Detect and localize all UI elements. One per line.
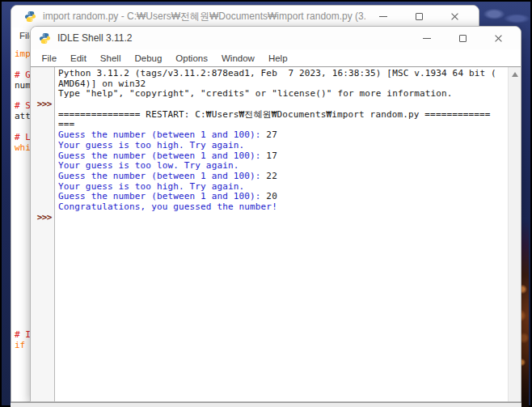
shell-titlebar[interactable]: IDLE Shell 3.11.2 <box>31 27 521 49</box>
program-output-text: Guess the number (between 1 and 100): <box>58 171 266 181</box>
shell-minimize-button[interactable] <box>409 27 445 49</box>
user-input-text: 22 <box>266 171 277 181</box>
python-logo-icon <box>24 11 36 23</box>
scroll-up-button[interactable] <box>509 69 521 80</box>
editor-minimize-button[interactable] <box>365 6 401 28</box>
shell-text-area[interactable]: Python 3.11.2 (tags/v3.11.2:878ead1, Feb… <box>55 67 508 401</box>
maximize-icon <box>459 35 467 42</box>
shell-prompt-marker: >>> <box>37 213 52 223</box>
bottom-window-edge <box>11 402 521 407</box>
code-fragment: if <box>15 340 25 350</box>
shell-text: Python 3.11.2 (tags/v3.11.2:878ead1, Feb… <box>58 68 496 78</box>
editor-titlebar[interactable]: import random.py - C:₩Users₩전혜원₩Document… <box>11 6 479 28</box>
close-icon <box>450 12 459 21</box>
code-fragment: # I <box>15 329 31 340</box>
shell-text: =============== RESTART: C:₩Users₩전혜원₩Do… <box>58 109 491 120</box>
menu-debug[interactable]: Debug <box>128 53 169 63</box>
menu-shell[interactable]: Shell <box>93 53 128 63</box>
menu-window[interactable]: Window <box>214 53 261 63</box>
program-output-text: Guess the number (between 1 and 100): <box>58 129 266 140</box>
code-fragment: att <box>15 111 31 121</box>
menu-file[interactable]: File <box>35 53 64 63</box>
shell-line <box>58 213 508 223</box>
editor-window-title: import random.py - C:₩Users₩전혜원₩Document… <box>43 10 365 23</box>
shell-close-button[interactable] <box>480 27 516 49</box>
screenshot-frame: import random.py - C:₩Users₩전혜원₩Document… <box>0 0 532 407</box>
python-logo-icon <box>39 32 51 45</box>
program-output-text: Your guess is too high. Try again. <box>58 140 244 151</box>
shell-menubar: FileEditShellDebugOptionsWindowHelp <box>31 49 521 66</box>
shell-prompt-sidebar: >>>>>> <box>31 67 55 401</box>
user-input-text: 17 <box>266 151 277 161</box>
code-fragment: num <box>15 80 31 91</box>
code-fragment: # L <box>15 132 31 142</box>
maximize-icon <box>416 13 423 20</box>
minimize-icon <box>423 38 431 39</box>
code-fragment: whi <box>15 142 31 153</box>
scroll-up-arrow-icon <box>512 72 518 77</box>
desktop-background: import random.py - C:₩Users₩전혜원₩Document… <box>2 2 530 405</box>
code-fragment: imp <box>15 49 31 59</box>
code-fragment: # G <box>15 70 31 80</box>
vertical-scrollbar[interactable] <box>508 67 521 401</box>
program-output-text: Your guess is too low. Try again. <box>58 160 239 171</box>
menu-edit[interactable]: Edit <box>64 53 94 63</box>
shell-window-title: IDLE Shell 3.11.2 <box>57 32 133 44</box>
shell-window: IDLE Shell 3.11.2 FileEditShellDebugOpti… <box>30 26 521 402</box>
code-fragment: # S <box>15 100 31 111</box>
shell-text: AMD64)] on win32 <box>58 78 146 89</box>
user-input-text: 20 <box>266 191 277 201</box>
program-output-text: Your guess is too high. Try again. <box>58 181 244 192</box>
minimize-icon <box>379 16 387 17</box>
menu-options[interactable]: Options <box>169 53 215 63</box>
program-output-text: Guess the number (between 1 and 100): <box>58 151 266 161</box>
editor-maximize-button[interactable] <box>401 6 437 28</box>
shell-text: === <box>58 119 74 129</box>
menu-help[interactable]: Help <box>261 53 294 63</box>
shell-maximize-button[interactable] <box>445 27 480 49</box>
shell-line: =============== RESTART: C:₩Users₩전혜원₩Do… <box>58 110 508 121</box>
program-output-text: Congratulations, you guessed the number! <box>58 201 277 212</box>
shell-text: Type "help", "copyright", "credits" or "… <box>58 88 453 99</box>
shell-content: >>>>>> Python 3.11.2 (tags/v3.11.2:878ea… <box>31 66 521 401</box>
close-icon <box>494 34 503 43</box>
shell-line: Type "help", "copyright", "credits" or "… <box>58 89 508 100</box>
shell-line: Congratulations, you guessed the number! <box>58 202 508 213</box>
user-input-text: 27 <box>266 129 277 140</box>
program-output-text: Guess the number (between 1 and 100): <box>58 191 266 201</box>
shell-prompt-marker: >>> <box>37 100 52 110</box>
editor-close-button[interactable] <box>437 6 472 28</box>
